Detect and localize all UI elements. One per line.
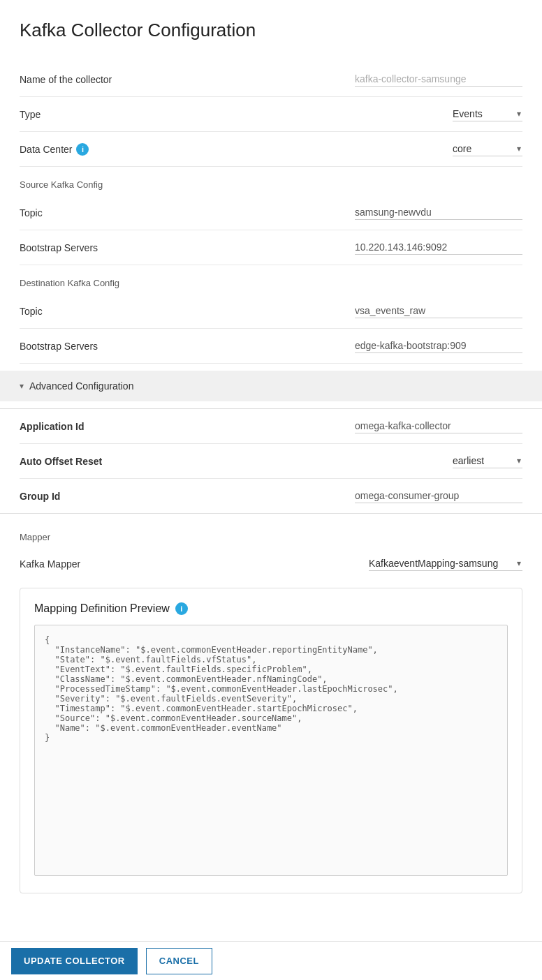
advanced-section: ▾ Advanced Configuration	[0, 371, 542, 401]
page: Kafka Collector Configuration Name of th…	[0, 0, 542, 980]
source-kafka-section-header: Source Kafka Config	[20, 167, 522, 195]
type-select-arrow: ▾	[517, 109, 521, 119]
advanced-content: Application Id Auto Offset Reset earlies…	[0, 408, 542, 514]
auto-offset-select-arrow: ▾	[517, 456, 521, 466]
mapping-preview-section: Mapping Definition Preview i { "Instance…	[20, 588, 522, 893]
type-select[interactable]: Events Metrics Logs	[453, 108, 499, 119]
advanced-chevron-icon: ▾	[20, 381, 24, 391]
kafka-mapper-label: Kafka Mapper	[20, 558, 80, 570]
source-topic-row: Topic	[20, 195, 522, 230]
data-center-info-icon[interactable]: i	[76, 143, 89, 156]
data-center-select-arrow: ▾	[517, 144, 521, 154]
data-center-label-group: Data Center i	[20, 143, 89, 156]
kafka-mapper-row: Kafka Mapper KafkaeventMapping-samsung ▾	[20, 547, 522, 581]
auto-offset-select[interactable]: earliest latest none	[453, 455, 499, 466]
group-id-row: Group Id	[20, 479, 522, 513]
dest-topic-label: Topic	[20, 306, 43, 317]
kafka-mapper-select-arrow: ▾	[517, 558, 521, 568]
dest-topic-input[interactable]	[355, 304, 522, 318]
data-center-label: Data Center	[20, 144, 72, 155]
auto-offset-row: Auto Offset Reset earliest latest none ▾	[20, 444, 522, 479]
cancel-button[interactable]: CANCEL	[146, 948, 212, 974]
update-collector-button[interactable]: UPDATE COLLECTOR	[11, 948, 138, 974]
type-row: Type Events Metrics Logs ▾	[20, 97, 522, 132]
source-topic-label: Topic	[20, 207, 43, 218]
dest-bootstrap-row: Bootstrap Servers	[20, 329, 522, 364]
app-id-input[interactable]	[355, 419, 522, 433]
collector-name-row: Name of the collector	[20, 62, 522, 97]
auto-offset-select-wrapper: earliest latest none ▾	[453, 454, 522, 468]
source-bootstrap-input[interactable]	[355, 240, 522, 255]
data-center-select[interactable]: core edge	[453, 143, 489, 154]
dest-bootstrap-input[interactable]	[355, 339, 522, 353]
data-center-select-wrapper: core edge ▾	[453, 142, 522, 156]
dest-topic-row: Topic	[20, 294, 522, 329]
source-topic-input[interactable]	[355, 205, 522, 220]
mapping-preview-info-icon[interactable]: i	[175, 602, 188, 615]
app-id-label: Application Id	[20, 421, 85, 432]
mapper-section-label: Mapper	[20, 521, 522, 547]
source-bootstrap-label: Bootstrap Servers	[20, 242, 98, 253]
type-select-wrapper: Events Metrics Logs ▾	[453, 107, 522, 121]
dest-kafka-section-header: Destination Kafka Config	[20, 265, 522, 294]
type-label: Type	[20, 109, 41, 120]
page-title: Kafka Collector Configuration	[20, 20, 522, 41]
mapping-preview-textarea[interactable]: { "InstanceName": "$.event.commonEventHe…	[34, 625, 508, 876]
auto-offset-label: Auto Offset Reset	[20, 456, 102, 467]
collector-name-label: Name of the collector	[20, 74, 112, 85]
footer-bar: UPDATE COLLECTOR CANCEL	[0, 941, 542, 980]
mapping-preview-title: Mapping Definition Preview i	[34, 602, 508, 615]
mapper-section: Mapper Kafka Mapper KafkaeventMapping-sa…	[20, 514, 522, 581]
kafka-mapper-select[interactable]: KafkaeventMapping-samsung	[369, 558, 513, 569]
group-id-input[interactable]	[355, 489, 522, 503]
data-center-row: Data Center i core edge ▾	[20, 132, 522, 167]
group-id-label: Group Id	[20, 491, 60, 502]
advanced-toggle[interactable]: ▾ Advanced Configuration	[20, 380, 522, 392]
app-id-row: Application Id	[20, 409, 522, 444]
kafka-mapper-select-wrapper: KafkaeventMapping-samsung ▾	[369, 556, 522, 571]
dest-bootstrap-label: Bootstrap Servers	[20, 341, 98, 352]
advanced-section-label: Advanced Configuration	[29, 380, 133, 392]
mapping-preview-title-text: Mapping Definition Preview	[34, 602, 170, 615]
collector-name-input[interactable]	[355, 72, 522, 87]
source-bootstrap-row: Bootstrap Servers	[20, 230, 522, 265]
